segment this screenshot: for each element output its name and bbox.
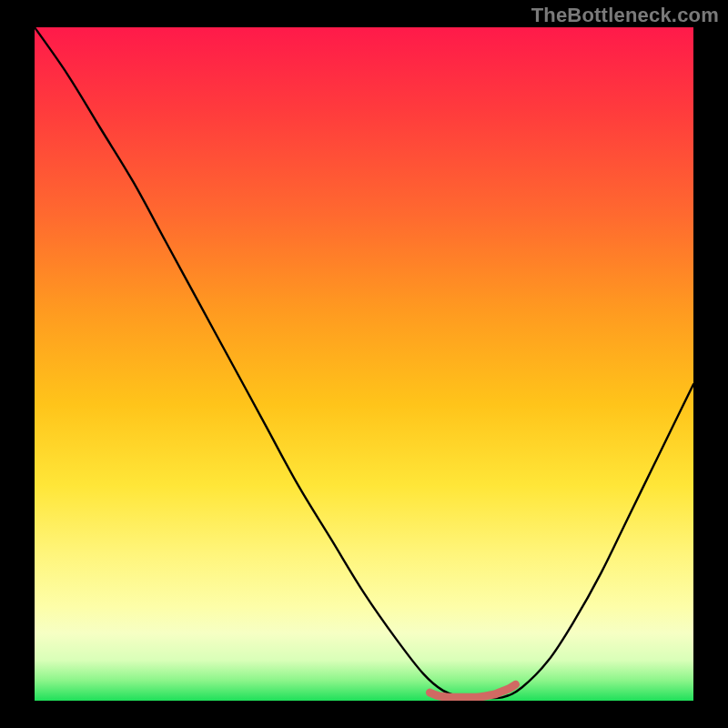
- plot-svg: [35, 27, 693, 701]
- bottleneck-curve: [35, 27, 693, 698]
- watermark-text: TheBottleneck.com: [531, 4, 719, 27]
- plot-area: [35, 27, 693, 701]
- chart-frame: TheBottleneck.com: [0, 0, 728, 728]
